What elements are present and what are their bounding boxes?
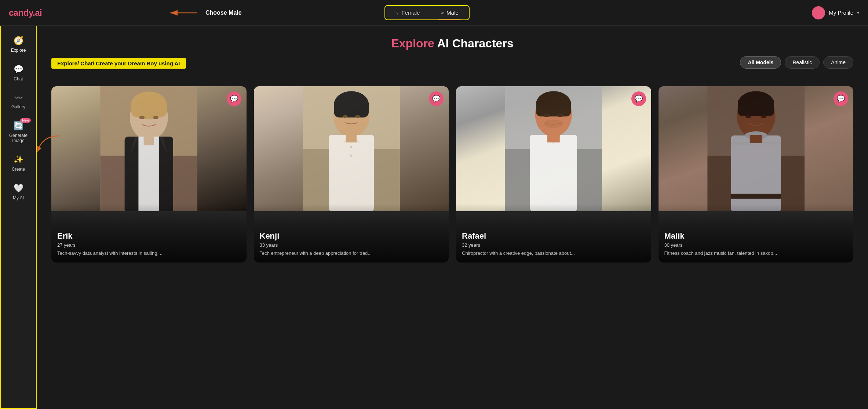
malik-chat-button[interactable]: 💬 bbox=[834, 91, 848, 106]
kenji-chat-button[interactable]: 💬 bbox=[429, 91, 444, 106]
main-content: Explore AI Characters Explore/ Chat/ Cre… bbox=[37, 26, 868, 409]
profile-button[interactable]: My Profile ▾ bbox=[812, 6, 859, 19]
erik-figure bbox=[51, 86, 247, 211]
rafael-name: Rafael bbox=[462, 231, 645, 241]
character-card-kenji[interactable]: 💬 Kenji 33 years Tech entrepreneur with … bbox=[254, 86, 449, 263]
rafael-photo bbox=[456, 86, 651, 211]
rafael-chat-button[interactable]: 💬 bbox=[631, 91, 646, 106]
svg-rect-5 bbox=[131, 100, 167, 117]
sidebar-item-explore[interactable]: 🧭 Explore bbox=[4, 32, 33, 57]
sidebar-item-create[interactable]: ✨ Create bbox=[4, 151, 33, 176]
svg-point-6 bbox=[139, 116, 145, 119]
svg-point-23 bbox=[350, 146, 352, 148]
choose-male-annotation: Choose Male bbox=[169, 7, 245, 18]
male-label: Male bbox=[446, 10, 459, 16]
character-card-rafael[interactable]: 💬 Rafael 32 years Chiropractor with a cr… bbox=[456, 86, 651, 263]
gallery-label: Gallery bbox=[11, 104, 25, 109]
erik-desc: Tech-savvy data analyst with interests i… bbox=[57, 250, 241, 257]
malik-desc: Fitness coach and jazz music fan, talent… bbox=[664, 250, 848, 257]
svg-rect-12 bbox=[144, 137, 154, 145]
sidebar-item-gallery[interactable]: 〰️ Gallery bbox=[4, 89, 33, 114]
subtitle-filter-row: Explore/ Chat/ Create your Dream Boy usi… bbox=[51, 56, 853, 77]
svg-rect-46 bbox=[731, 135, 781, 211]
sidebar-item-myai[interactable]: 🤍 My AI bbox=[4, 179, 33, 205]
new-badge: New bbox=[20, 118, 31, 123]
page-title-section: Explore AI Characters bbox=[51, 37, 853, 50]
filter-anime[interactable]: Anime bbox=[823, 56, 853, 69]
profile-label: My Profile bbox=[829, 10, 853, 16]
female-tab[interactable]: ♀ Female bbox=[385, 6, 430, 19]
compass-icon: 🧭 bbox=[14, 36, 23, 46]
app-logo[interactable]: candy.ai bbox=[9, 8, 42, 18]
sidebar-item-generate[interactable]: New 🔄 Generate Image bbox=[4, 117, 33, 148]
generate-label: Generate Image bbox=[7, 133, 30, 143]
kenji-photo bbox=[254, 86, 449, 211]
sidebar-item-chat[interactable]: 💬 Chat bbox=[4, 60, 33, 86]
filter-realistic[interactable]: Realistic bbox=[785, 56, 820, 69]
malik-age: 30 years bbox=[664, 242, 848, 248]
create-label: Create bbox=[12, 167, 25, 172]
svg-rect-36 bbox=[547, 134, 560, 142]
kenji-card-overlay: Kenji 33 years Tech entrepreneur with a … bbox=[254, 204, 449, 263]
svg-rect-9 bbox=[138, 137, 159, 211]
svg-point-18 bbox=[343, 115, 347, 118]
filter-all-models[interactable]: All Models bbox=[740, 56, 781, 69]
gender-toggle: ♀ Female ♂ Male bbox=[384, 5, 470, 20]
svg-rect-38 bbox=[568, 135, 577, 176]
svg-rect-49 bbox=[731, 194, 781, 199]
annotation-arrow bbox=[169, 7, 198, 18]
svg-point-44 bbox=[745, 115, 751, 118]
svg-rect-43 bbox=[738, 98, 774, 116]
svg-point-7 bbox=[153, 116, 158, 119]
heart-icon: 🤍 bbox=[14, 184, 23, 193]
explore-label: Explore bbox=[11, 48, 26, 53]
character-card-erik[interactable]: 💬 Erik 27 years Tech-savvy data analyst … bbox=[51, 86, 247, 263]
chat-label: Chat bbox=[14, 76, 23, 82]
kenji-desc: Tech entrepreneur with a deep appreciati… bbox=[260, 250, 443, 257]
rafael-card-overlay: Rafael 32 years Chiropractor with a crea… bbox=[456, 204, 651, 263]
female-label: Female bbox=[402, 10, 420, 16]
kenji-age: 33 years bbox=[260, 242, 443, 248]
svg-rect-25 bbox=[346, 135, 356, 142]
app-layout: 🧭 Explore 💬 Chat 〰️ Gallery New 🔄 Genera… bbox=[0, 26, 868, 409]
logo-candy: candy bbox=[9, 8, 33, 18]
avatar bbox=[812, 6, 825, 19]
erik-age: 27 years bbox=[57, 242, 241, 248]
characters-grid: 💬 Erik 27 years Tech-savvy data analyst … bbox=[51, 86, 853, 263]
svg-point-19 bbox=[355, 115, 360, 118]
svg-point-24 bbox=[350, 155, 352, 157]
malik-photo bbox=[659, 86, 854, 211]
filter-buttons: All Models Realistic Anime bbox=[740, 56, 853, 69]
rafael-age: 32 years bbox=[462, 242, 645, 248]
svg-point-32 bbox=[558, 114, 563, 117]
character-card-malik[interactable]: 💬 Malik 30 years Fitness coach and jazz … bbox=[659, 86, 854, 263]
svg-rect-37 bbox=[530, 135, 539, 176]
subtitle-banner: Explore/ Chat/ Create your Dream Boy usi… bbox=[51, 58, 186, 69]
malik-card-overlay: Malik 30 years Fitness coach and jazz mu… bbox=[659, 204, 854, 263]
erik-name: Erik bbox=[57, 231, 241, 241]
rafael-figure bbox=[456, 86, 651, 211]
kenji-name: Kenji bbox=[260, 231, 443, 241]
title-rest: AI Characters bbox=[434, 37, 514, 50]
svg-rect-17 bbox=[334, 98, 368, 117]
logo-ai: ai bbox=[35, 8, 42, 18]
chat-icon: 💬 bbox=[14, 65, 23, 74]
svg-rect-50 bbox=[750, 135, 762, 143]
malik-name: Malik bbox=[664, 231, 848, 241]
title-highlight: Explore bbox=[391, 37, 434, 50]
chevron-down-icon: ▾ bbox=[857, 10, 859, 15]
page-title: Explore AI Characters bbox=[51, 37, 853, 50]
female-symbol: ♀ bbox=[395, 10, 400, 16]
erik-card-overlay: Erik 27 years Tech-savvy data analyst wi… bbox=[51, 204, 247, 263]
gallery-icon: 〰️ bbox=[14, 93, 23, 102]
myai-label: My AI bbox=[13, 195, 24, 200]
kenji-figure bbox=[254, 86, 449, 211]
erik-chat-button[interactable]: 💬 bbox=[227, 91, 241, 106]
male-tab[interactable]: ♂ Male bbox=[430, 6, 469, 19]
male-symbol: ♂ bbox=[441, 10, 445, 16]
app-header: candy.ai ♀ Female ♂ Male Choose Male My … bbox=[0, 0, 868, 26]
sidebar: 🧭 Explore 💬 Chat 〰️ Gallery New 🔄 Genera… bbox=[0, 26, 37, 409]
malik-figure bbox=[659, 86, 854, 211]
erik-photo bbox=[51, 86, 247, 211]
svg-rect-30 bbox=[536, 98, 571, 116]
